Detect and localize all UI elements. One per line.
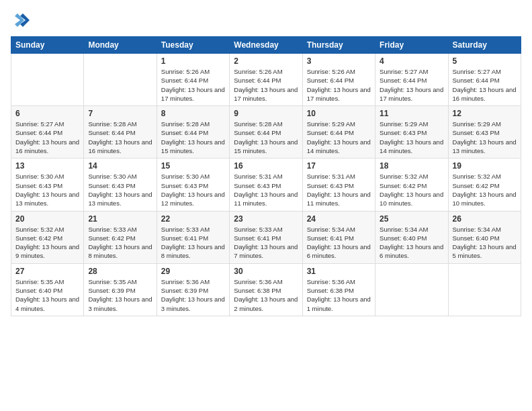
day-number: 22	[161, 214, 225, 224]
day-cell: 30Sunrise: 5:36 AM Sunset: 6:38 PM Dayli…	[230, 263, 302, 316]
day-info: Sunrise: 5:35 AM Sunset: 6:40 PM Dayligh…	[15, 277, 79, 313]
logo	[11, 11, 32, 30]
day-number: 20	[15, 214, 79, 224]
day-cell: 5Sunrise: 5:27 AM Sunset: 6:44 PM Daylig…	[448, 54, 521, 106]
day-info: Sunrise: 5:32 AM Sunset: 6:42 PM Dayligh…	[15, 225, 79, 261]
day-number: 13	[15, 161, 79, 171]
day-number: 15	[161, 161, 225, 171]
day-number: 30	[234, 267, 298, 276]
day-cell: 3Sunrise: 5:26 AM Sunset: 6:44 PM Daylig…	[302, 54, 375, 106]
day-number: 14	[88, 161, 152, 171]
day-info: Sunrise: 5:28 AM Sunset: 6:44 PM Dayligh…	[161, 120, 225, 155]
day-cell: 29Sunrise: 5:36 AM Sunset: 6:39 PM Dayli…	[157, 263, 229, 316]
day-number: 18	[380, 161, 443, 171]
day-info: Sunrise: 5:33 AM Sunset: 6:42 PM Dayligh…	[88, 225, 152, 261]
day-info: Sunrise: 5:30 AM Sunset: 6:43 PM Dayligh…	[88, 172, 152, 208]
day-cell: 4Sunrise: 5:27 AM Sunset: 6:44 PM Daylig…	[375, 54, 448, 106]
day-number: 24	[307, 214, 371, 224]
day-number: 28	[88, 267, 152, 276]
day-number: 29	[161, 267, 225, 276]
day-cell: 2Sunrise: 5:26 AM Sunset: 6:44 PM Daylig…	[230, 54, 302, 106]
day-info: Sunrise: 5:32 AM Sunset: 6:42 PM Dayligh…	[380, 172, 443, 208]
day-cell: 15Sunrise: 5:30 AM Sunset: 6:43 PM Dayli…	[157, 158, 229, 211]
day-number: 26	[453, 214, 517, 224]
day-info: Sunrise: 5:30 AM Sunset: 6:43 PM Dayligh…	[15, 172, 79, 208]
weekday-header-friday: Friday	[375, 37, 448, 54]
day-number: 19	[453, 161, 517, 171]
day-number: 23	[234, 214, 298, 224]
day-cell: 31Sunrise: 5:36 AM Sunset: 6:38 PM Dayli…	[302, 263, 375, 316]
day-cell: 24Sunrise: 5:34 AM Sunset: 6:41 PM Dayli…	[302, 211, 375, 263]
day-number: 21	[88, 214, 152, 224]
day-cell	[448, 263, 521, 316]
day-cell: 11Sunrise: 5:29 AM Sunset: 6:43 PM Dayli…	[375, 106, 448, 158]
day-info: Sunrise: 5:36 AM Sunset: 6:38 PM Dayligh…	[234, 277, 298, 313]
day-number: 4	[380, 56, 443, 66]
day-cell: 21Sunrise: 5:33 AM Sunset: 6:42 PM Dayli…	[84, 211, 157, 263]
day-cell: 12Sunrise: 5:29 AM Sunset: 6:43 PM Dayli…	[448, 106, 521, 158]
day-info: Sunrise: 5:26 AM Sunset: 6:44 PM Dayligh…	[161, 67, 225, 103]
day-cell: 16Sunrise: 5:31 AM Sunset: 6:43 PM Dayli…	[230, 158, 302, 211]
weekday-header-sunday: Sunday	[11, 37, 84, 54]
day-number: 12	[453, 109, 517, 118]
weekday-header-saturday: Saturday	[448, 37, 521, 54]
day-cell: 10Sunrise: 5:29 AM Sunset: 6:44 PM Dayli…	[302, 106, 375, 158]
day-number: 7	[88, 109, 152, 118]
week-row-3: 13Sunrise: 5:30 AM Sunset: 6:43 PM Dayli…	[11, 158, 521, 211]
day-cell: 13Sunrise: 5:30 AM Sunset: 6:43 PM Dayli…	[11, 158, 84, 211]
day-cell: 9Sunrise: 5:28 AM Sunset: 6:44 PM Daylig…	[230, 106, 302, 158]
day-info: Sunrise: 5:27 AM Sunset: 6:44 PM Dayligh…	[453, 67, 517, 103]
day-cell: 17Sunrise: 5:31 AM Sunset: 6:43 PM Dayli…	[302, 158, 375, 211]
day-info: Sunrise: 5:29 AM Sunset: 6:44 PM Dayligh…	[307, 120, 371, 155]
week-row-2: 6Sunrise: 5:27 AM Sunset: 6:44 PM Daylig…	[11, 106, 521, 158]
day-cell: 28Sunrise: 5:35 AM Sunset: 6:39 PM Dayli…	[84, 263, 157, 316]
day-number: 8	[161, 109, 225, 118]
day-number: 6	[15, 109, 79, 118]
day-info: Sunrise: 5:26 AM Sunset: 6:44 PM Dayligh…	[234, 67, 298, 103]
day-cell: 1Sunrise: 5:26 AM Sunset: 6:44 PM Daylig…	[157, 54, 229, 106]
calendar-table: SundayMondayTuesdayWednesdayThursdayFrid…	[11, 36, 521, 316]
day-info: Sunrise: 5:33 AM Sunset: 6:41 PM Dayligh…	[234, 225, 298, 261]
day-info: Sunrise: 5:28 AM Sunset: 6:44 PM Dayligh…	[88, 120, 152, 155]
day-info: Sunrise: 5:26 AM Sunset: 6:44 PM Dayligh…	[307, 67, 371, 103]
day-info: Sunrise: 5:27 AM Sunset: 6:44 PM Dayligh…	[15, 120, 79, 155]
day-number: 27	[15, 267, 79, 276]
day-number: 5	[453, 56, 517, 66]
page: SundayMondayTuesdayWednesdayThursdayFrid…	[0, 0, 532, 411]
weekday-header-row: SundayMondayTuesdayWednesdayThursdayFrid…	[11, 37, 521, 54]
day-info: Sunrise: 5:31 AM Sunset: 6:43 PM Dayligh…	[234, 172, 298, 208]
day-number: 1	[161, 56, 225, 66]
logo-icon	[11, 11, 30, 30]
day-number: 11	[380, 109, 443, 118]
day-number: 31	[307, 267, 371, 276]
day-cell: 27Sunrise: 5:35 AM Sunset: 6:40 PM Dayli…	[11, 263, 84, 316]
header	[11, 11, 521, 30]
day-info: Sunrise: 5:35 AM Sunset: 6:39 PM Dayligh…	[88, 277, 152, 313]
week-row-1: 1Sunrise: 5:26 AM Sunset: 6:44 PM Daylig…	[11, 54, 521, 106]
week-row-4: 20Sunrise: 5:32 AM Sunset: 6:42 PM Dayli…	[11, 211, 521, 263]
weekday-header-monday: Monday	[84, 37, 157, 54]
day-cell: 25Sunrise: 5:34 AM Sunset: 6:40 PM Dayli…	[375, 211, 448, 263]
day-number: 25	[380, 214, 443, 224]
day-cell: 6Sunrise: 5:27 AM Sunset: 6:44 PM Daylig…	[11, 106, 84, 158]
day-cell: 14Sunrise: 5:30 AM Sunset: 6:43 PM Dayli…	[84, 158, 157, 211]
day-info: Sunrise: 5:27 AM Sunset: 6:44 PM Dayligh…	[380, 67, 443, 103]
day-info: Sunrise: 5:32 AM Sunset: 6:42 PM Dayligh…	[453, 172, 517, 208]
day-cell: 7Sunrise: 5:28 AM Sunset: 6:44 PM Daylig…	[84, 106, 157, 158]
day-cell: 23Sunrise: 5:33 AM Sunset: 6:41 PM Dayli…	[230, 211, 302, 263]
day-cell	[11, 54, 84, 106]
day-info: Sunrise: 5:34 AM Sunset: 6:41 PM Dayligh…	[307, 225, 371, 261]
day-cell: 20Sunrise: 5:32 AM Sunset: 6:42 PM Dayli…	[11, 211, 84, 263]
weekday-header-thursday: Thursday	[302, 37, 375, 54]
day-info: Sunrise: 5:34 AM Sunset: 6:40 PM Dayligh…	[453, 225, 517, 261]
day-info: Sunrise: 5:29 AM Sunset: 6:43 PM Dayligh…	[380, 120, 443, 155]
day-info: Sunrise: 5:36 AM Sunset: 6:39 PM Dayligh…	[161, 277, 225, 313]
day-cell: 8Sunrise: 5:28 AM Sunset: 6:44 PM Daylig…	[157, 106, 229, 158]
day-info: Sunrise: 5:36 AM Sunset: 6:38 PM Dayligh…	[307, 277, 371, 313]
day-number: 3	[307, 56, 371, 66]
day-cell: 19Sunrise: 5:32 AM Sunset: 6:42 PM Dayli…	[448, 158, 521, 211]
day-number: 2	[234, 56, 298, 66]
week-row-5: 27Sunrise: 5:35 AM Sunset: 6:40 PM Dayli…	[11, 263, 521, 316]
day-info: Sunrise: 5:30 AM Sunset: 6:43 PM Dayligh…	[161, 172, 225, 208]
day-cell: 22Sunrise: 5:33 AM Sunset: 6:41 PM Dayli…	[157, 211, 229, 263]
